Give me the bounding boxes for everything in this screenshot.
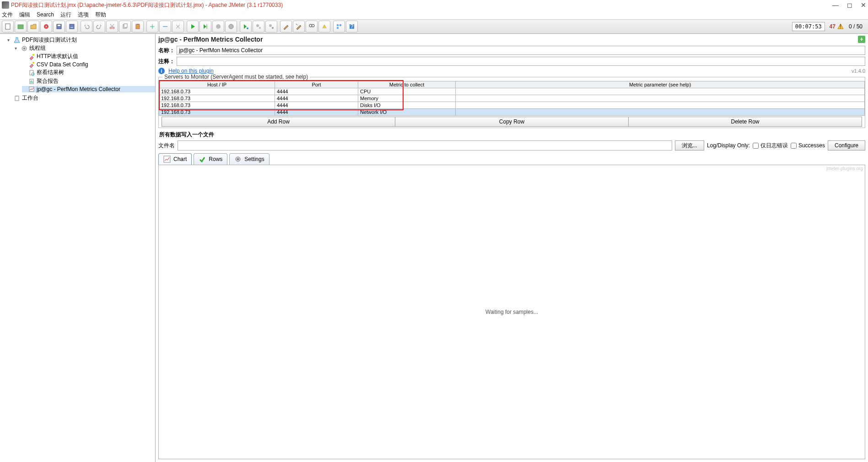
name-label: 名称： [158, 47, 175, 54]
help-link[interactable]: Help on this plugin [168, 68, 214, 74]
content-pane: jp@gc - PerfMon Metrics Collector + 名称： … [156, 34, 868, 462]
paste-button[interactable] [132, 21, 144, 32]
menu-search[interactable]: Search [37, 11, 54, 18]
menu-options[interactable]: 选项 [78, 11, 89, 19]
templates-button[interactable] [15, 21, 27, 32]
tab-rows[interactable]: Rows [194, 153, 227, 165]
add-row-button[interactable]: Add Row [162, 117, 395, 127]
tab-settings[interactable]: Settings [229, 153, 269, 165]
svg-text:!: ! [840, 23, 841, 30]
menu-file[interactable]: 文件 [2, 11, 13, 19]
gear-icon [234, 156, 242, 163]
new-button[interactable] [2, 21, 14, 32]
function-helper-button[interactable] [333, 21, 345, 32]
expand-button[interactable] [146, 21, 158, 32]
tab-chart[interactable]: Chart [158, 153, 192, 165]
copy-button[interactable] [119, 21, 131, 32]
configure-button[interactable]: Configure [828, 140, 865, 150]
table-row[interactable]: 192.168.0.734444CPU [159, 88, 865, 95]
stop-button[interactable] [212, 21, 224, 32]
clear-all-button[interactable] [293, 21, 305, 32]
panel-title: jp@gc - PerfMon Metrics Collector [158, 36, 858, 43]
save-as-button[interactable] [66, 21, 78, 32]
maximize-button[interactable]: ◻ [847, 1, 852, 9]
chart-tabs: Chart Rows Settings [156, 151, 868, 165]
remote-shutdown-button[interactable] [265, 21, 277, 32]
menu-run[interactable]: 运行 [60, 11, 71, 19]
add-plugin-button[interactable]: + [858, 36, 865, 43]
page-icon [28, 70, 35, 76]
svg-rect-22 [340, 24, 341, 26]
shutdown-button[interactable] [225, 21, 237, 32]
search-button[interactable] [306, 21, 318, 32]
tree-workbench[interactable]: 工作台 [7, 94, 155, 102]
info-icon: i [158, 68, 165, 74]
test-plan-tree[interactable]: ▾ PDF阅读接口测试计划 ▾ 线程组 HTTP请求默认值 CSV Data S [0, 34, 156, 462]
filename-input[interactable] [178, 140, 672, 150]
table-row[interactable]: 192.168.0.734444Memory [159, 95, 865, 102]
menu-help[interactable]: 帮助 [95, 11, 106, 19]
comment-input[interactable] [177, 57, 865, 66]
remote-stop-button[interactable] [253, 21, 264, 32]
svg-rect-0 [5, 24, 10, 29]
tree-thread-group[interactable]: ▾ 线程组 [15, 44, 155, 52]
svg-point-15 [256, 24, 259, 27]
warning-icon: ! [837, 23, 844, 30]
warning-indicator[interactable]: 47 ! [830, 23, 844, 30]
col-param[interactable]: Metric parameter (see help) [456, 81, 865, 88]
toggle-icon[interactable]: ▾ [15, 46, 19, 51]
name-input[interactable] [177, 46, 865, 55]
col-port[interactable]: Port [275, 81, 358, 88]
tree-test-plan[interactable]: ▾ PDF阅读接口测试计划 [7, 36, 155, 44]
log-display-label: Log/Display Only: [707, 142, 750, 149]
redo-button[interactable] [93, 21, 105, 32]
svg-rect-36 [16, 96, 18, 97]
col-host[interactable]: Host / IP [159, 81, 275, 88]
tree-csv-config[interactable]: CSV Data Set Config [22, 61, 155, 68]
main-split: ▾ PDF阅读接口测试计划 ▾ 线程组 HTTP请求默认值 CSV Data S [0, 34, 868, 462]
svg-rect-37 [164, 156, 170, 162]
collapse-button[interactable] [159, 21, 171, 32]
elapsed-time: 00:07:53 [792, 22, 825, 31]
table-row[interactable]: 192.168.0.734444Network I/O [159, 109, 865, 116]
chart-icon [28, 86, 35, 92]
start-button[interactable] [187, 21, 199, 32]
servers-table[interactable]: Host / IP Port Metric to collect Metric … [159, 81, 865, 116]
open-button[interactable] [27, 21, 39, 32]
table-row[interactable]: 192.168.0.734444Disks I/O [159, 102, 865, 109]
close-file-button[interactable] [40, 21, 52, 32]
successes-checkbox[interactable]: Successes [791, 142, 825, 149]
tree-perfmon-collector[interactable]: jp@gc - PerfMon Metrics Collector [22, 86, 155, 92]
svg-point-14 [247, 27, 248, 29]
reset-search-button[interactable] [318, 21, 330, 32]
undo-button[interactable] [81, 21, 92, 32]
copy-row-button[interactable]: Copy Row [395, 117, 629, 127]
toggle-button[interactable] [172, 21, 184, 32]
svg-rect-10 [136, 24, 140, 29]
close-button[interactable]: ✕ [861, 1, 866, 9]
toggle-icon[interactable]: ▾ [7, 38, 12, 43]
help-button[interactable]: ? [346, 21, 358, 32]
tree-http-defaults[interactable]: HTTP请求默认值 [22, 53, 155, 60]
tree-label: CSV Data Set Config [37, 61, 88, 68]
clear-button[interactable] [280, 21, 292, 32]
cut-button[interactable] [106, 21, 118, 32]
save-button[interactable] [53, 21, 65, 32]
comment-label: 注释： [158, 58, 175, 65]
remote-start-button[interactable] [240, 21, 252, 32]
errors-only-checkbox[interactable]: 仅日志错误 [753, 142, 788, 150]
tree-aggregate-report[interactable]: 聚合报告 [22, 77, 155, 85]
browse-button[interactable]: 浏览... [675, 140, 704, 150]
col-metric[interactable]: Metric to collect [358, 81, 456, 88]
menu-bar: 文件 编辑 Search 运行 选项 帮助 [0, 10, 868, 19]
svg-rect-9 [124, 24, 127, 27]
menu-edit[interactable]: 编辑 [19, 11, 30, 19]
tree-view-results[interactable]: 察看结果树 [22, 69, 155, 76]
start-no-timers-button[interactable] [199, 21, 211, 32]
delete-row-button[interactable]: Delete Row [629, 117, 862, 127]
tree-label: 工作台 [22, 94, 38, 102]
minimize-button[interactable]: — [832, 1, 839, 9]
window-title: PDF阅读接口测试计划.jmx (D:\apache-jmeter-5.6.3\… [11, 1, 832, 9]
svg-point-39 [237, 158, 239, 160]
version-label: v1.4.0 [852, 68, 865, 74]
